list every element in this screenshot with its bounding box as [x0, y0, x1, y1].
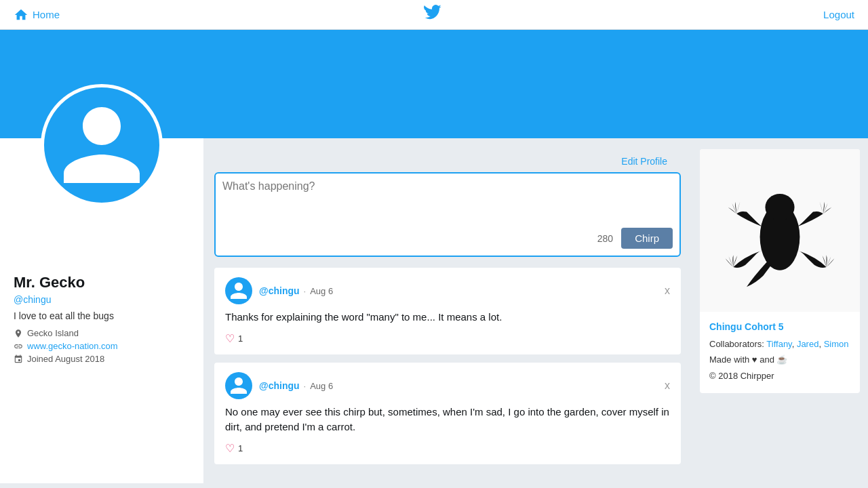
made-with-text: Made with ♥ and ☕	[709, 354, 788, 365]
chirp-header: @chingu · Aug 6 x	[225, 277, 670, 304]
website-link[interactable]: www.gecko-nation.com	[27, 341, 118, 351]
chirp-date: Aug 6	[310, 381, 333, 391]
gecko-icon	[713, 163, 846, 298]
joined-text: Joined August 2018	[27, 354, 104, 364]
chirp-date: Aug 6	[310, 286, 333, 296]
chirp-text: Thanks for explaining the word "many" to…	[225, 310, 670, 325]
collaborator-simon[interactable]: Simon	[824, 339, 849, 349]
right-sidebar: Chingu Cohort 5 Collaborators: Tiffany, …	[692, 138, 868, 483]
navbar: Home Logout	[0, 0, 868, 30]
chirp-header: @chingu · Aug 6 x	[225, 372, 670, 399]
chirp-handle: @chingu	[259, 285, 300, 296]
profile-info: Mr. Gecko @chingu I love to eat all the …	[0, 213, 203, 375]
collaborator-jared[interactable]: Jared	[797, 339, 819, 349]
profile-meta: Gecko Island www.gecko-nation.com Joined…	[14, 328, 190, 364]
chirp-card: @chingu · Aug 6 x No one may ever see th…	[214, 363, 681, 464]
chirp-avatar	[225, 277, 252, 304]
profile-sidebar: Mr. Gecko @chingu I love to eat all the …	[0, 138, 203, 483]
logout-link[interactable]: Logout	[823, 9, 854, 20]
chirp-user-icon	[229, 281, 249, 301]
compose-footer: 280 Chirp	[222, 228, 673, 249]
gecko-image	[700, 149, 860, 312]
avatar-icon	[54, 98, 149, 192]
chirp-delete-button[interactable]: x	[665, 285, 670, 297]
chirp-avatar	[225, 372, 252, 399]
profile-bio: I love to eat all the bugs	[14, 310, 190, 321]
home-link[interactable]: Home	[14, 7, 60, 22]
profile-location: Gecko Island	[14, 328, 190, 338]
chirp-meta: @chingu · Aug 6	[259, 380, 333, 391]
chirp-user-icon	[229, 375, 249, 396]
edit-profile-link[interactable]: Edit Profile	[214, 149, 681, 167]
profile-handle: @chingu	[14, 294, 190, 305]
collaborators-label: Collaborators:	[709, 339, 766, 349]
profile-name: Mr. Gecko	[14, 274, 190, 291]
chirp-actions: ♡ 1	[225, 332, 670, 345]
profile-website: www.gecko-nation.com	[14, 341, 190, 351]
like-button[interactable]: ♡	[225, 442, 235, 455]
chirp-button[interactable]: Chirp	[621, 228, 673, 249]
calendar-icon	[14, 354, 23, 364]
like-count: 1	[238, 443, 243, 453]
chirp-meta: @chingu · Aug 6	[259, 285, 333, 296]
compose-box: 280 Chirp	[214, 172, 681, 257]
avatar	[41, 84, 163, 206]
profile-joined: Joined August 2018	[14, 354, 190, 364]
home-label: Home	[33, 9, 60, 20]
app-logo	[423, 3, 445, 27]
logo-icon	[423, 3, 445, 24]
cohort-title[interactable]: Chingu Cohort 5	[709, 321, 850, 332]
compose-input[interactable]	[222, 180, 673, 221]
like-count: 1	[238, 333, 243, 344]
link-icon	[14, 342, 23, 351]
cohort-meta: Collaborators: Tiffany, Jared, Simon Mad…	[709, 336, 850, 384]
chirp-handle: @chingu	[259, 380, 300, 391]
feed: Edit Profile 280 Chirp @ching	[203, 138, 692, 483]
location-text: Gecko Island	[27, 328, 79, 338]
collaborator-tiffany[interactable]: Tiffany	[766, 339, 791, 349]
chirp-card: @chingu · Aug 6 x Thanks for explaining …	[214, 268, 681, 354]
chirp-delete-button[interactable]: x	[665, 380, 670, 392]
cohort-info: Chingu Cohort 5 Collaborators: Tiffany, …	[700, 312, 860, 393]
char-count: 280	[597, 233, 613, 244]
like-button[interactable]: ♡	[225, 332, 235, 345]
copyright-text: © 2018 Chirpper	[709, 371, 774, 381]
chirp-actions: ♡ 1	[225, 442, 670, 455]
cohort-card: Chingu Cohort 5 Collaborators: Tiffany, …	[700, 149, 860, 393]
chirp-text: No one may ever see this chirp but, some…	[225, 405, 670, 435]
location-icon	[14, 329, 23, 338]
home-icon	[14, 7, 28, 22]
svg-point-1	[765, 194, 794, 220]
